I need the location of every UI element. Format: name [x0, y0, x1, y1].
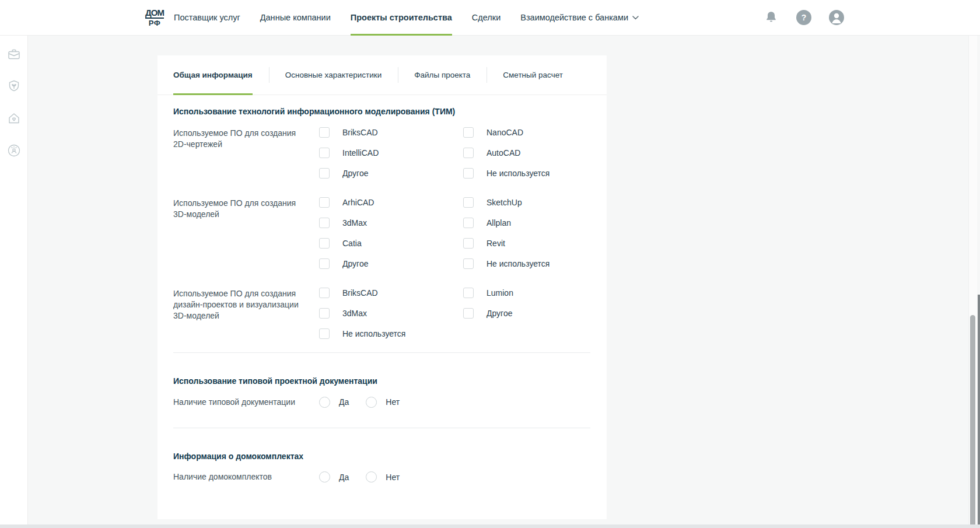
nav-item-label: Поставщик услуг — [174, 13, 240, 22]
logo-text-rf: РФ — [149, 19, 161, 27]
user-avatar-icon[interactable] — [828, 9, 845, 26]
section-divider — [173, 352, 590, 353]
checkbox-option-lumion[interactable]: Lumion — [463, 288, 607, 298]
radio-button[interactable] — [319, 471, 330, 482]
radio-option-no[interactable]: Нет — [366, 471, 400, 482]
radio-option-yes[interactable]: Да — [319, 397, 349, 408]
radio-group-house-kits: Да Нет — [319, 471, 400, 482]
field-label: Наличие домокомплектов — [173, 471, 319, 482]
shield-icon[interactable] — [6, 79, 22, 94]
tab-label: Файлы проекта — [414, 71, 470, 79]
checkbox-option-other[interactable]: Другое — [463, 308, 607, 319]
checkbox-option-not-used[interactable]: Не используется — [463, 168, 607, 179]
chevron-down-icon — [632, 16, 639, 20]
tab-label: Общая информация — [173, 71, 253, 79]
checkbox-option-sketchup[interactable]: SketchUp — [463, 197, 607, 208]
checkbox[interactable] — [319, 197, 330, 208]
checkbox[interactable] — [319, 127, 330, 138]
field-label: Используемое ПО для создания 2D-чертежей — [173, 127, 319, 179]
checkbox[interactable] — [319, 328, 330, 339]
checkbox-option-revit[interactable]: Revit — [463, 238, 607, 249]
checkbox-group-2d: BriksCAD IntelliCAD Другое NanoCAD — [319, 127, 607, 179]
checkbox-option-intellicad[interactable]: IntelliCAD — [319, 148, 463, 158]
section-heading-house-kits: Информация о домокомплектах — [173, 452, 590, 461]
checkbox[interactable] — [319, 288, 330, 298]
tab-general-info[interactable]: Общая информация — [158, 55, 269, 95]
field-3d-software: Используемое ПО для создания 3D-моделей … — [173, 197, 590, 269]
nav-item-bank-interaction[interactable]: Взаимодействие с банками — [520, 0, 639, 35]
checkbox[interactable] — [319, 148, 330, 158]
checkbox[interactable] — [463, 308, 474, 319]
field-label: Используемое ПО для создания дизайн-прое… — [173, 288, 319, 339]
section-heading-typical-docs: Использование типовой проектной документ… — [173, 376, 590, 386]
radio-option-no[interactable]: Нет — [366, 397, 400, 408]
window-bottom-edge — [0, 524, 980, 528]
checkbox-option-other[interactable]: Другое — [319, 168, 463, 179]
checkbox[interactable] — [463, 148, 474, 158]
house-heart-icon[interactable] — [6, 111, 22, 126]
checkbox[interactable] — [463, 238, 474, 249]
panel-tabs: Общая информация Основные характеристики… — [158, 55, 607, 95]
checkbox-option-allplan[interactable]: Allplan — [463, 218, 607, 228]
checkbox-option-brikscad[interactable]: BriksCAD — [319, 288, 463, 298]
checkbox[interactable] — [463, 258, 474, 269]
checkbox[interactable] — [463, 168, 474, 179]
window-edge-scrollbar[interactable] — [978, 295, 980, 528]
field-2d-software: Используемое ПО для создания 2D-чертежей… — [173, 127, 590, 179]
tab-label: Сметный расчет — [503, 71, 563, 79]
tab-main-characteristics[interactable]: Основные характеристики — [269, 55, 398, 95]
logo-text-dom: ДОМ — [145, 8, 164, 19]
domrf-logo[interactable]: ДОМ РФ — [144, 8, 166, 27]
checkbox[interactable] — [463, 288, 474, 298]
checkbox-option-autocad[interactable]: AutoCAD — [463, 148, 607, 158]
form-body: Использование технологий информационного… — [158, 95, 607, 482]
field-house-kits: Наличие домокомплектов Да Нет — [173, 471, 590, 482]
help-icon[interactable]: ? — [796, 9, 812, 26]
checkbox-option-brikscad[interactable]: BriksCAD — [319, 127, 463, 138]
checkbox-option-not-used[interactable]: Не используется — [463, 258, 607, 269]
section-divider — [173, 428, 590, 428]
checkbox-option-3dmax[interactable]: 3dMax — [319, 308, 463, 319]
field-design-software: Используемое ПО для создания дизайн-прое… — [173, 288, 590, 339]
nav-item-label: Данные компании — [260, 13, 331, 22]
community-icon[interactable] — [6, 143, 22, 158]
main-nav: Поставщик услуг Данные компании Проекты … — [174, 0, 639, 35]
checkbox-option-catia[interactable]: Catia — [319, 238, 463, 249]
top-navbar: ДОМ РФ Поставщик услуг Данные компании П… — [0, 0, 980, 36]
checkbox[interactable] — [319, 238, 330, 249]
radio-button[interactable] — [319, 397, 330, 408]
left-sidebar — [0, 36, 28, 528]
checkbox[interactable] — [319, 258, 330, 269]
tab-label: Основные характеристики — [285, 71, 382, 79]
nav-item-label: Сделки — [472, 13, 501, 22]
checkbox-option-3dmax[interactable]: 3dMax — [319, 218, 463, 228]
nav-item-company-data[interactable]: Данные компании — [260, 0, 331, 35]
radio-option-yes[interactable]: Да — [319, 471, 349, 482]
bell-icon[interactable] — [763, 9, 779, 26]
tab-project-files[interactable]: Файлы проекта — [398, 55, 487, 95]
nav-item-construction-projects[interactable]: Проекты строительства — [351, 0, 452, 35]
nav-item-service-provider[interactable]: Поставщик услуг — [174, 0, 240, 35]
briefcase-icon[interactable] — [6, 47, 22, 62]
nav-item-deals[interactable]: Сделки — [472, 0, 501, 35]
checkbox[interactable] — [463, 127, 474, 138]
tab-estimate-calculation[interactable]: Сметный расчет — [487, 55, 579, 95]
checkbox[interactable] — [463, 218, 474, 228]
checkbox-option-nanocad[interactable]: NanoCAD — [463, 127, 607, 138]
radio-button[interactable] — [366, 397, 377, 408]
field-label: Используемое ПО для создания 3D-моделей — [173, 197, 319, 269]
nav-item-label: Взаимодействие с банками — [520, 13, 628, 22]
scrollbar-thumb[interactable] — [970, 315, 975, 528]
checkbox[interactable] — [319, 218, 330, 228]
checkbox[interactable] — [319, 168, 330, 179]
radio-button[interactable] — [366, 471, 377, 482]
checkbox[interactable] — [463, 197, 474, 208]
active-tab-underline — [173, 93, 253, 95]
project-form-panel: Общая информация Основные характеристики… — [158, 55, 607, 519]
radio-group-typical-docs: Да Нет — [319, 397, 400, 408]
checkbox-option-arhicad[interactable]: ArhiCAD — [319, 197, 463, 208]
checkbox-option-not-used[interactable]: Не используется — [319, 328, 463, 339]
checkbox[interactable] — [319, 308, 330, 319]
nav-item-label: Проекты строительства — [351, 13, 452, 22]
checkbox-option-other[interactable]: Другое — [319, 258, 463, 269]
